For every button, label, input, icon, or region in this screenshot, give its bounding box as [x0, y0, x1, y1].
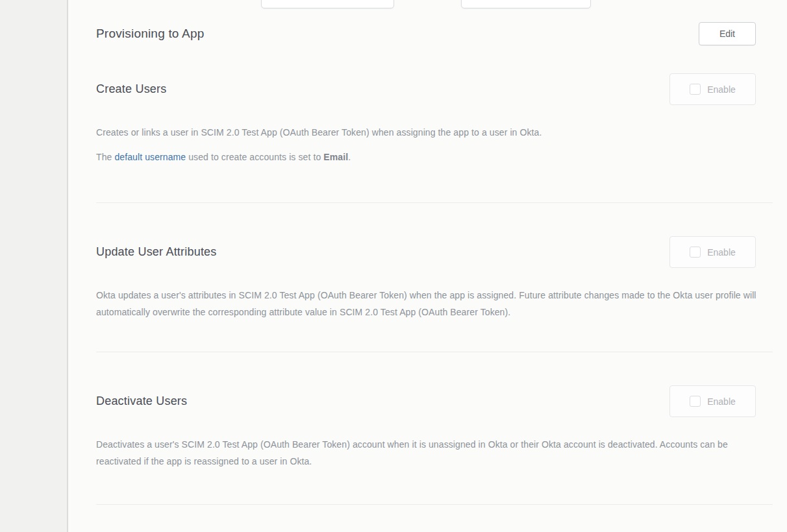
create-users-enable-toggle[interactable]: Enable	[669, 73, 756, 105]
edit-button[interactable]: Edit	[699, 22, 756, 45]
section-title-deactivate-users: Deactivate Users	[96, 394, 187, 408]
section-divider	[96, 202, 773, 203]
enable-label: Enable	[707, 396, 736, 407]
provisioning-header: Provisioning to App Edit	[96, 21, 773, 45]
section-title-update-user-attributes: Update User Attributes	[96, 245, 217, 259]
enable-label: Enable	[707, 247, 736, 258]
note-middle: used to create accounts is set to	[186, 152, 323, 162]
default-username-note: The default username used to create acco…	[96, 149, 771, 165]
section-title-create-users: Create Users	[96, 82, 166, 96]
provisioning-settings-panel: Provisioning to App Edit Create Users En…	[69, 0, 787, 532]
create-users-header: Create Users Enable	[96, 73, 773, 105]
update-attributes-enable-toggle[interactable]: Enable	[669, 236, 756, 268]
section-create-users: Create Users Enable Creates or links a u…	[96, 73, 773, 203]
update-attributes-enable-checkbox[interactable]	[690, 247, 701, 258]
note-prefix: The	[96, 152, 114, 162]
deactivate-users-enable-checkbox[interactable]	[690, 396, 701, 407]
default-username-link[interactable]: default username	[114, 152, 186, 162]
deactivate-users-header: Deactivate Users Enable	[96, 385, 773, 417]
cropped-input-field-2[interactable]	[461, 0, 591, 8]
create-users-description: Creates or links a user in SCIM 2.0 Test…	[96, 124, 771, 141]
section-divider	[96, 352, 773, 352]
deactivate-users-description: Deactivates a user's SCIM 2.0 Test App (…	[96, 436, 771, 470]
cropped-input-field-1[interactable]	[261, 0, 394, 8]
section-deactivate-users: Deactivate Users Enable Deactivates a us…	[96, 385, 773, 505]
left-sidebar	[0, 0, 68, 532]
deactivate-users-enable-toggle[interactable]: Enable	[669, 385, 756, 417]
create-users-enable-checkbox[interactable]	[690, 84, 701, 95]
section-divider	[96, 504, 773, 505]
update-attributes-header: Update User Attributes Enable	[96, 236, 773, 268]
username-value: Email	[323, 152, 348, 162]
section-update-user-attributes: Update User Attributes Enable Okta updat…	[96, 236, 773, 352]
enable-label: Enable	[707, 84, 736, 95]
page-title: Provisioning to App	[96, 27, 204, 41]
note-suffix: .	[348, 152, 351, 162]
update-attributes-description: Okta updates a user's attributes in SCIM…	[96, 287, 771, 320]
